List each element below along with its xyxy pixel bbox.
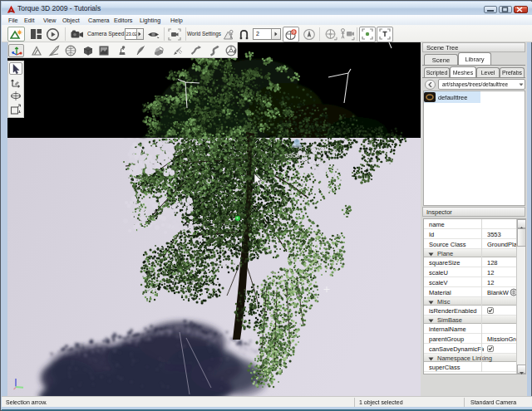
svg-text:3553 (Pl: 3553 (Pl [285, 152, 310, 159]
svg-text:Pl 12: Pl 12 [225, 224, 237, 229]
